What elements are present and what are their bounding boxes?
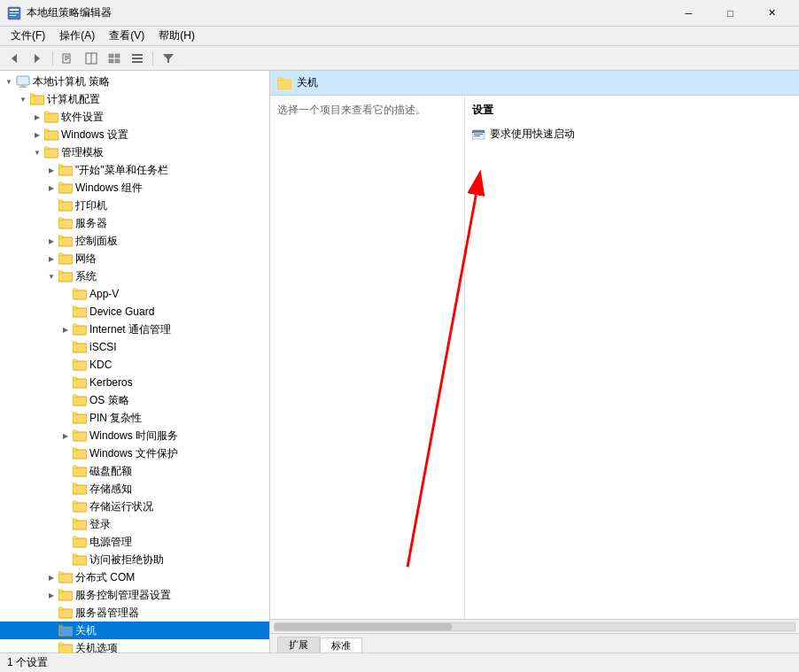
- toolbar-btn3[interactable]: [104, 49, 125, 68]
- tree-item-shutdown[interactable]: 关机: [0, 622, 269, 639]
- menu-action[interactable]: 操作(A): [52, 27, 102, 45]
- tree-expander-os[interactable]: [58, 393, 73, 407]
- tree-item-pin[interactable]: PIN 复杂性: [0, 409, 269, 427]
- tree-item-control[interactable]: 控制面板: [0, 232, 269, 250]
- tree-item-distcom[interactable]: 分布式 COM: [0, 568, 269, 586]
- tree-expander-pin[interactable]: [58, 411, 73, 425]
- back-button[interactable]: [4, 49, 25, 68]
- tree-item-svcctrl[interactable]: 服务控制管理器设置: [0, 586, 269, 604]
- tree-expander-appv[interactable]: [58, 287, 73, 301]
- tab-expand[interactable]: 扩展: [277, 637, 320, 653]
- tree-expander-shutdownopt[interactable]: [44, 641, 58, 653]
- tree-expander-kdc[interactable]: [58, 358, 73, 372]
- forward-button[interactable]: [27, 49, 48, 68]
- tree-item-printer[interactable]: 打印机: [0, 197, 269, 214]
- tree-item-winfile[interactable]: Windows 文件保护: [0, 444, 269, 462]
- tree-expander-software[interactable]: [30, 110, 44, 124]
- tree-expander-computer[interactable]: [16, 92, 30, 106]
- tree-expander-kerberos[interactable]: [58, 375, 73, 390]
- tree-item-access[interactable]: 访问被拒绝协助: [0, 551, 269, 568]
- toolbar-btn4[interactable]: [127, 49, 148, 68]
- tree-expander-wintime[interactable]: [58, 429, 73, 443]
- tree-expander-printer[interactable]: [44, 198, 58, 212]
- tree-item-start[interactable]: "开始"菜单和任务栏: [0, 161, 269, 179]
- tree-label-disk: 磁盘配额: [89, 464, 132, 479]
- tree-expander-deviceguard[interactable]: [58, 305, 73, 319]
- tree-item-login[interactable]: 登录: [0, 515, 269, 533]
- tree-expander-admin[interactable]: [30, 145, 44, 159]
- tree-item-wintime[interactable]: Windows 时间服务: [0, 427, 269, 444]
- tree-expander-windows[interactable]: [30, 127, 44, 142]
- tree-expander-storagerun[interactable]: [58, 499, 73, 514]
- tree-item-system[interactable]: 系统: [0, 267, 269, 285]
- menu-help[interactable]: 帮助(H): [151, 27, 202, 45]
- maximize-button[interactable]: □: [710, 0, 750, 27]
- tree-item-wincomp[interactable]: Windows 组件: [0, 179, 269, 197]
- svg-rect-43: [58, 200, 63, 203]
- scrollbar-track[interactable]: [274, 622, 795, 631]
- tree-expander-wincomp[interactable]: [44, 181, 58, 195]
- svg-rect-77: [73, 414, 87, 423]
- toolbar-sep1: [52, 51, 53, 66]
- tree-item-software[interactable]: 软件设置: [0, 108, 269, 126]
- svg-rect-14: [109, 59, 113, 63]
- show-action-pane-button[interactable]: [58, 49, 79, 68]
- tree-item-computer[interactable]: 计算机配置: [0, 90, 269, 108]
- tree-expander-disk[interactable]: [58, 464, 73, 478]
- tree-expander-access[interactable]: [58, 552, 73, 567]
- tree-expander-svcmgr[interactable]: [44, 606, 58, 620]
- tree-expander-svcctrl[interactable]: [44, 588, 58, 602]
- tree-item-svcmgr[interactable]: 服务器管理器: [0, 604, 269, 622]
- tree-item-internet[interactable]: Internet 通信管理: [0, 321, 269, 338]
- tree-item-deviceguard[interactable]: Device Guard: [0, 303, 269, 321]
- close-button[interactable]: ✕: [752, 0, 792, 27]
- scrollbar-thumb[interactable]: [275, 623, 452, 630]
- tree-item-kdc[interactable]: KDC: [0, 356, 269, 374]
- tree-expander-root[interactable]: [2, 74, 16, 89]
- folder-icon-control: [58, 235, 73, 247]
- tree-item-kerberos[interactable]: Kerberos: [0, 374, 269, 391]
- svg-rect-110: [58, 609, 73, 618]
- svg-rect-22: [19, 87, 27, 88]
- tree-label-os: OS 策略: [89, 393, 129, 408]
- tree-expander-iscsi[interactable]: [58, 340, 73, 354]
- tree-item-windows[interactable]: Windows 设置: [0, 126, 269, 143]
- tree-item-iscsi[interactable]: iSCSI: [0, 338, 269, 356]
- toolbar-btn2[interactable]: [81, 49, 102, 68]
- right-tabs: 扩展 标准: [270, 633, 799, 653]
- tree-item-server[interactable]: 服务器: [0, 214, 269, 232]
- tree-item-shutdownopt[interactable]: 关机选项: [0, 639, 269, 653]
- tree-item-power[interactable]: 电源管理: [0, 533, 269, 551]
- tree-item-root[interactable]: 本地计算机 策略: [0, 73, 269, 90]
- tree-expander-control[interactable]: [44, 234, 58, 248]
- menu-view[interactable]: 查看(V): [102, 27, 151, 45]
- svg-rect-46: [58, 218, 63, 220]
- tree-item-appv[interactable]: App-V: [0, 285, 269, 303]
- tree-expander-system[interactable]: [44, 269, 58, 283]
- tree-expander-winfile[interactable]: [58, 446, 73, 460]
- svg-rect-74: [73, 397, 87, 406]
- tree-item-disk[interactable]: 磁盘配额: [0, 462, 269, 480]
- filter-button[interactable]: [158, 49, 179, 68]
- tree-expander-storage[interactable]: [58, 482, 73, 496]
- tree-expander-server[interactable]: [44, 216, 58, 230]
- tree-expander-internet[interactable]: [58, 322, 73, 336]
- tree-item-os[interactable]: OS 策略: [0, 391, 269, 409]
- tree-expander-network[interactable]: [44, 251, 58, 266]
- tree-expander-power[interactable]: [58, 535, 73, 549]
- tree-item-storagerun[interactable]: 存储运行状况: [0, 498, 269, 515]
- tree-expander-shutdown[interactable]: [44, 623, 58, 637]
- right-scroll-area[interactable]: [270, 619, 799, 633]
- tree-item-admin[interactable]: 管理模板: [0, 143, 269, 161]
- tree-expander-distcom[interactable]: [44, 570, 58, 584]
- tree-item-network[interactable]: 网络: [0, 250, 269, 267]
- tree-expander-start[interactable]: [44, 163, 58, 177]
- tab-standard[interactable]: 标准: [320, 637, 362, 653]
- tree-item-storage[interactable]: 存储感知: [0, 480, 269, 498]
- tree-expander-login[interactable]: [58, 517, 73, 531]
- settings-item-fastboot[interactable]: 要求使用快速启动: [472, 125, 792, 143]
- minimize-button[interactable]: ─: [669, 0, 709, 27]
- left-panel[interactable]: 本地计算机 策略 计算机配置 软件设置 Windows 设置 管理模板 "开始"…: [0, 71, 270, 653]
- menu-file[interactable]: 文件(F): [4, 27, 52, 45]
- tree-label-internet: Internet 通信管理: [89, 322, 171, 337]
